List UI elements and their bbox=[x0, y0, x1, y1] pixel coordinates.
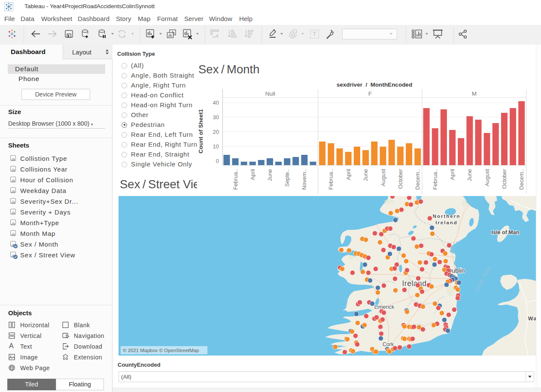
svg-text:M: M bbox=[472, 90, 477, 97]
svg-text:Decem..: Decem.. bbox=[518, 169, 525, 190]
svg-text:Count of Sheet1: Count of Sheet1 bbox=[198, 109, 204, 154]
svg-text:April: April bbox=[249, 169, 256, 180]
svg-text:April: April bbox=[449, 169, 456, 180]
svg-text:10: 10 bbox=[213, 143, 219, 150]
svg-text:Isle of Man: Isle of Man bbox=[492, 229, 520, 235]
svg-text:Cork: Cork bbox=[383, 341, 394, 347]
svg-text:Februa..: Februa.. bbox=[328, 169, 334, 190]
svg-text:Novem..: Novem.. bbox=[301, 169, 307, 190]
svg-text:sexdriver / MonthEncoded: sexdriver / MonthEncoded bbox=[337, 81, 412, 88]
svg-text:October: October bbox=[397, 169, 404, 189]
svg-text:June: June bbox=[267, 169, 273, 181]
svg-text:F: F bbox=[368, 90, 372, 97]
svg-text:October: October bbox=[501, 169, 508, 189]
svg-text:June: June bbox=[362, 169, 369, 181]
svg-text:40: 40 bbox=[213, 100, 219, 106]
svg-text:Limerick: Limerick bbox=[374, 304, 395, 310]
svg-text:June: June bbox=[466, 169, 473, 181]
svg-text:0: 0 bbox=[216, 158, 219, 164]
svg-text:Septe..: Septe.. bbox=[284, 169, 290, 187]
svg-text:© 2021 Mapbox © OpenStreetMap: © 2021 Mapbox © OpenStreetMap bbox=[123, 348, 199, 353]
svg-text:August: August bbox=[380, 169, 386, 187]
svg-text:Ireland: Ireland bbox=[435, 220, 458, 225]
svg-text:Ireland: Ireland bbox=[402, 279, 426, 288]
svg-text:Wa: Wa bbox=[528, 316, 536, 322]
svg-text:Decem..: Decem.. bbox=[414, 169, 421, 190]
svg-text:30: 30 bbox=[213, 114, 219, 121]
svg-text:Null: Null bbox=[265, 90, 275, 97]
svg-text:Februa..: Februa.. bbox=[232, 169, 239, 190]
svg-text:August: August bbox=[484, 169, 490, 187]
svg-text:April: April bbox=[345, 169, 352, 180]
svg-text:Northern: Northern bbox=[433, 214, 461, 219]
svg-text:20: 20 bbox=[213, 129, 219, 135]
svg-text:Februa..: Februa.. bbox=[432, 169, 438, 190]
